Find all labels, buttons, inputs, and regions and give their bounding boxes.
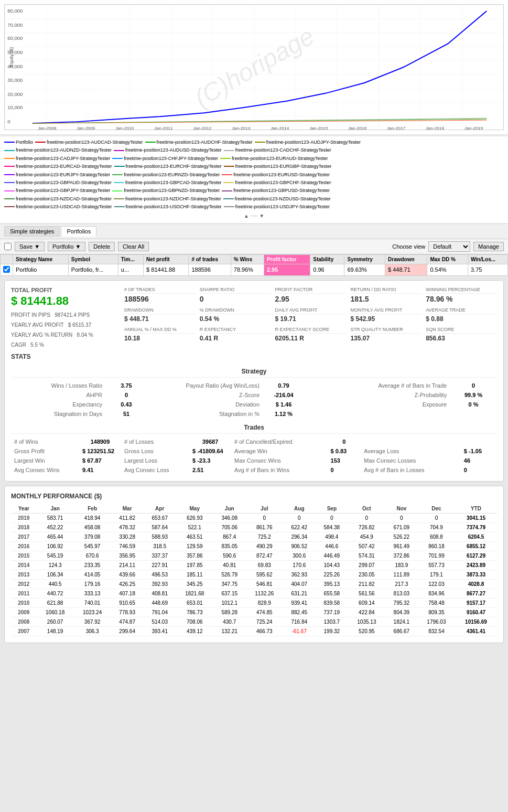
row-max-dd: 0.54% [427, 264, 468, 275]
save-button[interactable]: Save ▼ [15, 242, 45, 251]
legend-euraud: freetime-position123-EURAUD-StrategyTest… [220, 155, 328, 162]
ahpr-label: AHPR [11, 390, 105, 400]
metric-res-label: R EXPECTANCY SCORE [275, 327, 347, 334]
monthly-row: 2015545.19670.6356.95337.37357.86590.687… [11, 551, 497, 560]
avg-consec-loss-label: Avg Consec Loss [121, 465, 189, 475]
legend-usdchf-label: freetime-position123-USDCHF-StrategyTest… [126, 203, 222, 210]
legend-row-9: freetime-position123-USDCAD-StrategyTest… [4, 203, 504, 210]
col-winloss[interactable]: Win/Los... [468, 254, 507, 264]
legend-nzdcad: freetime-position123-NZDCAD-StrategyTest… [4, 195, 112, 202]
legend-row-6: freetime-position123-GBPAUD-StrategyTest… [4, 179, 504, 186]
col-symbol[interactable]: Symbol [68, 254, 118, 264]
svg-text:80,000: 80,000 [7, 8, 23, 14]
monthly-cell-year: 2015 [11, 551, 37, 560]
monthly-cell-nov: 804.39 [385, 607, 418, 617]
col-max-dd[interactable]: Max DD % [427, 254, 468, 264]
monthly-row: 2007148.19306.3299.64393.41439.12132.214… [11, 626, 497, 636]
strategy-row-1: Wins / Losses Ratio 3.75 Payout Ratio (A… [11, 381, 497, 390]
metric-wp-label: WINNING PERCENTAGE [426, 287, 497, 294]
svg-text:Equity ($): Equity ($) [9, 47, 14, 67]
legend-eurusd: freetime-position123-EURUSD-StrategyTest… [222, 171, 330, 178]
metric-res-value: 6205.11 R [275, 335, 347, 342]
monthly-cell-ytd: 3041.15 [455, 513, 497, 522]
monthly-cell-mar: 478.32 [111, 522, 144, 532]
monthly-cell-may: 786.73 [176, 607, 213, 617]
monthly-cell-mar: 474.87 [111, 617, 144, 626]
metric-sharpe-label: SHARPE RATIO [200, 287, 271, 294]
legend-usdjpy: freetime-position123-USDJPY-StrategyTest… [224, 203, 330, 210]
yearly-return-value: 8.04 % [77, 332, 93, 338]
tab-portfolios[interactable]: Portfolios [61, 226, 96, 237]
monthly-cell-aug: 622.42 [283, 522, 316, 532]
monthly-cell-oct: 574.31 [348, 551, 385, 560]
legend-eurjpy: freetime-position123-EURJPY-StrategyTest… [4, 171, 110, 178]
metric-ma-label: MONTHLY AVG PROFIT [350, 307, 421, 314]
monthly-cell-year: 2008 [11, 617, 37, 626]
monthly-cell-jan: 465.44 [37, 532, 74, 541]
view-select[interactable]: Default [428, 241, 470, 252]
monthly-cell-jun: 867.4 [213, 532, 246, 541]
monthly-cell-feb: 306.3 [74, 626, 111, 636]
col-drawdown[interactable]: Drawdown [385, 254, 427, 264]
legend-gbpnzd-label: freetime-position123-GBPNZD-StrategyTest… [124, 187, 220, 194]
deviation-label: Deviation [147, 400, 263, 409]
monthly-cell-apr: 227.91 [144, 560, 176, 570]
monthly-cell-jul: 1132.26 [246, 589, 283, 598]
monthly-cell-jan: 106.34 [37, 570, 74, 579]
monthly-cell-feb: 414.05 [74, 570, 111, 579]
col-time[interactable]: Tim... [118, 254, 143, 264]
legend-toggle[interactable]: ▲ ····· ▼ [4, 212, 504, 220]
row-drawdown: $ 448.71 [385, 264, 427, 275]
monthly-cell-jan: 452.22 [37, 522, 74, 532]
portfolio-button[interactable]: Portfolio ▼ [48, 242, 85, 251]
monthly-cell-jul: 595.62 [246, 570, 283, 579]
legend-nzdchf-label: freetime-position123-NZDCHF-StrategyTest… [125, 195, 221, 202]
metric-pf-label: PROFIT FACTOR [275, 287, 347, 294]
select-all-checkbox[interactable] [4, 243, 12, 250]
gross-profit-label: Gross Profit [11, 446, 79, 456]
col-aug: Aug [283, 504, 316, 514]
col-net-profit[interactable]: Net profit [144, 254, 189, 264]
legend-gbpcad-label: freetime-position123-GBPCAD-StrategyTest… [125, 179, 222, 186]
metric-profit-factor: PROFIT FACTOR 2.95 [275, 287, 347, 303]
svg-text:Jan-2010: Jan-2010 [115, 126, 134, 130]
monthly-cell-nov: 372.86 [385, 551, 418, 560]
monthly-cell-nov: 183.9 [385, 560, 418, 570]
monthly-cell-nov: 0 [385, 513, 418, 522]
legend-eurjpy-label: freetime-position123-EURJPY-StrategyTest… [16, 171, 110, 178]
legend-gbpjpy-label: freetime-position123-GBPJPY-StrategyTest… [16, 187, 110, 194]
clear-all-button[interactable]: Clear All [118, 242, 149, 251]
trades-section-title: Trades [11, 424, 497, 434]
col-wins[interactable]: % Wins [231, 254, 264, 264]
monthly-cell-jan: 545.19 [37, 551, 74, 560]
col-trades[interactable]: # of trades [189, 254, 231, 264]
monthly-cell-apr: 588.93 [144, 532, 176, 541]
legend-toggle-icon[interactable]: ▲ ····· ▼ [244, 212, 264, 220]
col-year: Year [11, 504, 37, 514]
legend-nzdusd-label: freetime-position123-NZDUSD-StrategyTest… [235, 195, 331, 202]
tab-simple-strategies[interactable]: Simple strategies [4, 226, 60, 237]
metric-dd-value: $ 448.71 [124, 315, 196, 323]
toolbar: Save ▼ Portfolio ▼ Delete Clear All Choo… [0, 239, 508, 254]
monthly-cell-sep: 446.49 [316, 551, 348, 560]
monthly-cell-aug: 631.21 [283, 589, 316, 598]
legend-portfolio-label: Portfolio [16, 138, 33, 146]
monthly-cell-jul: 466.73 [246, 626, 283, 636]
manage-button[interactable]: Manage [473, 242, 504, 251]
col-jul: Jul [246, 504, 283, 514]
delete-button[interactable]: Delete [89, 242, 115, 251]
col-symmetry[interactable]: Symmetry [344, 254, 385, 264]
monthly-header-row: Year Jan Feb Mar Apr May Jun Jul Aug Sep… [11, 504, 497, 514]
monthly-cell-sep: 584.38 [316, 522, 348, 532]
col-profit-factor[interactable]: Profit factor [264, 254, 310, 264]
legend-audchf-label: freetime-position123-AUDCHF-StrategyTest… [157, 138, 253, 146]
col-stability[interactable]: Stability [310, 254, 344, 264]
monthly-cell-aug: 882.45 [283, 607, 316, 617]
legend-audusd: freetime-position123-AUDUSD-StrategyTest… [114, 146, 222, 154]
row-checkbox[interactable] [3, 266, 10, 273]
metric-daily-avg: DAILY AVG PROFIT $ 19.71 [275, 307, 347, 323]
monthly-cell-feb: 179.16 [74, 579, 111, 589]
monthly-cell-jul: 490.29 [246, 541, 283, 551]
col-strategy-name[interactable]: Strategy Name [13, 254, 69, 264]
payout-value: 0.79 [263, 381, 305, 390]
